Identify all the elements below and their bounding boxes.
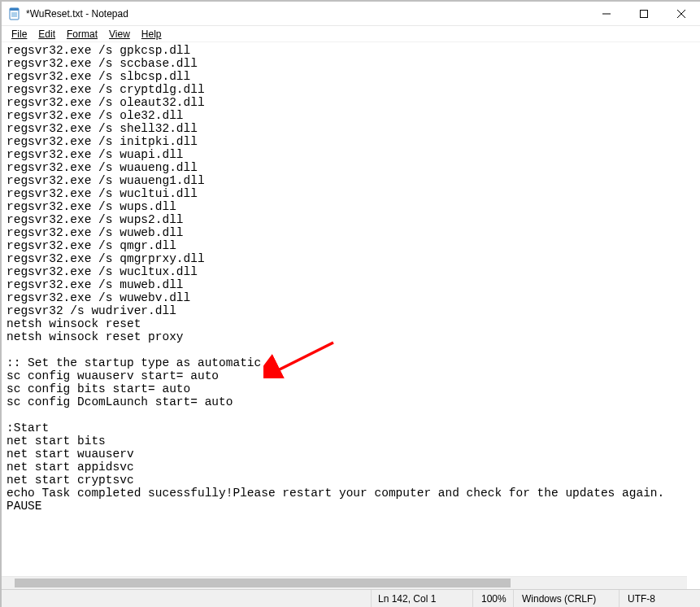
status-line-ending: Windows (CRLF)	[513, 590, 619, 607]
editor-area: regsvr32.exe /s gpkcsp.dll regsvr32.exe …	[2, 42, 700, 589]
menubar: File Edit Format View Help	[2, 26, 700, 42]
maximize-button[interactable]	[625, 2, 663, 25]
menu-view[interactable]: View	[104, 28, 135, 41]
menu-format[interactable]: Format	[62, 28, 102, 41]
notepad-icon	[8, 7, 21, 20]
svg-rect-1	[10, 8, 19, 11]
horizontal-scrollbar-thumb[interactable]	[15, 579, 511, 587]
statusbar-spacer	[2, 590, 371, 607]
statusbar: Ln 142, Col 1 100% Windows (CRLF) UTF-8	[2, 589, 700, 607]
titlebar[interactable]: *WuReset.txt - Notepad	[2, 2, 700, 26]
menu-help[interactable]: Help	[137, 28, 167, 41]
status-cursor-position: Ln 142, Col 1	[371, 590, 472, 607]
menu-file[interactable]: File	[7, 28, 32, 41]
svg-rect-6	[641, 10, 648, 17]
minimize-button[interactable]	[588, 2, 625, 25]
status-encoding: UTF-8	[619, 590, 700, 607]
window-controls	[588, 2, 700, 25]
close-button[interactable]	[663, 2, 700, 25]
window-title: *WuReset.txt - Notepad	[26, 8, 128, 20]
horizontal-scrollbar[interactable]	[2, 576, 687, 589]
menu-edit[interactable]: Edit	[33, 28, 60, 41]
status-zoom: 100%	[472, 590, 513, 607]
text-editor[interactable]: regsvr32.exe /s gpkcsp.dll regsvr32.exe …	[2, 42, 700, 576]
